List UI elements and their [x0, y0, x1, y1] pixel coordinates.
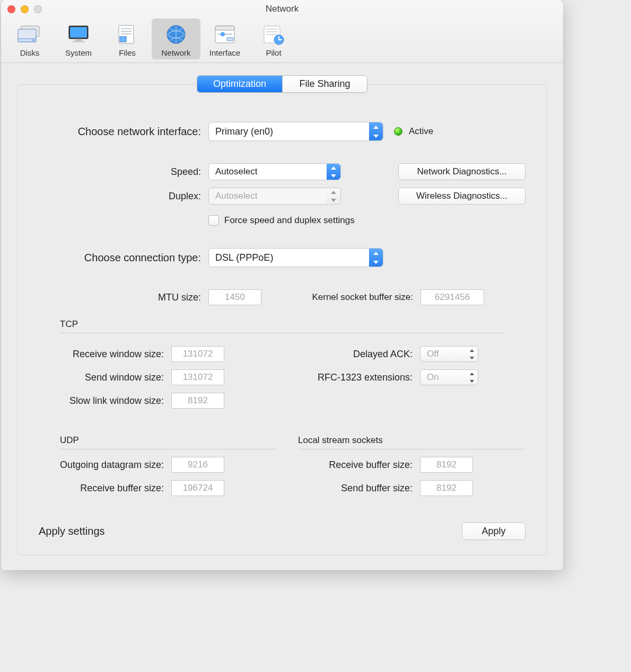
delayed-ack-label: Delayed ACK:	[287, 349, 420, 360]
minimize-window-button[interactable]	[21, 5, 29, 13]
svg-rect-16	[215, 26, 234, 30]
traffic-lights	[7, 5, 42, 13]
force-speed-checkbox[interactable]	[208, 215, 219, 226]
toolbar-item-network[interactable]: Network	[152, 19, 200, 59]
delayed-ack-popup[interactable]: Off	[420, 346, 478, 362]
divider	[60, 449, 277, 449]
wireless-diagnostics-button[interactable]: Wireless Diagnostics...	[398, 188, 525, 205]
tab-optimization[interactable]: Optimization	[197, 76, 282, 92]
toolbar-item-label: Network	[152, 48, 200, 57]
lss-recv-field[interactable]	[420, 457, 473, 473]
connection-type-popup[interactable]: DSL (PPPoE)	[208, 248, 383, 267]
connection-type-value: DSL (PPPoE)	[215, 252, 273, 263]
lss-send-label: Send buffer size:	[287, 483, 420, 494]
toolbar-item-label: Disks	[5, 48, 54, 57]
send-win-label: Send window size:	[39, 372, 171, 383]
network-diagnostics-button[interactable]: Network Diagnostics...	[398, 163, 525, 180]
stepper-icon	[327, 188, 340, 204]
toolbar-item-interface[interactable]: Interface	[200, 19, 249, 59]
apply-button[interactable]: Apply	[462, 523, 525, 540]
network-icon	[163, 22, 189, 47]
mtu-field[interactable]	[208, 289, 261, 305]
stepper-icon	[327, 164, 340, 180]
pilot-icon	[261, 22, 286, 47]
toolbar-item-label: System	[54, 48, 103, 57]
rfc-label: RFC-1323 extensions:	[287, 372, 420, 383]
udp-recv-field[interactable]	[171, 480, 224, 496]
toolbar-item-pilot[interactable]: Pilot	[249, 19, 298, 59]
send-win-field[interactable]	[171, 369, 224, 385]
toolbar-item-system[interactable]: System	[54, 19, 103, 59]
toolbar-item-disks[interactable]: Disks	[5, 19, 54, 59]
udp-out-field[interactable]	[171, 457, 224, 473]
rfc-popup[interactable]: On	[420, 369, 478, 385]
speed-label: Speed:	[39, 166, 208, 178]
files-icon	[115, 22, 140, 47]
zoom-window-button[interactable]	[34, 5, 42, 13]
svg-rect-11	[121, 33, 132, 34]
tab-file-sharing[interactable]: File Sharing	[282, 76, 367, 92]
delayed-ack-value: Off	[427, 349, 439, 359]
svg-rect-21	[266, 29, 278, 30]
svg-rect-6	[75, 39, 82, 41]
kbuf-field[interactable]	[420, 289, 484, 305]
connection-type-label: Choose connection type:	[39, 252, 208, 264]
close-window-button[interactable]	[7, 5, 15, 13]
duplex-value: Autoselect	[215, 191, 257, 201]
lss-recv-label: Receive buffer size:	[287, 459, 420, 471]
content: Optimization File Sharing Choose network…	[1, 63, 563, 570]
force-speed-label: Force speed and duplex settings	[224, 215, 355, 226]
lss-send-field[interactable]	[420, 480, 473, 496]
rfc-value: On	[427, 372, 439, 383]
apply-settings-label: Apply settings	[39, 525, 105, 537]
toolbar: Disks System	[1, 16, 563, 63]
stepper-icon	[369, 249, 383, 267]
svg-rect-12	[120, 37, 126, 42]
lss-heading: Local stream sockets	[287, 435, 525, 446]
svg-rect-9	[121, 28, 132, 29]
svg-rect-22	[266, 31, 278, 32]
system-icon	[66, 22, 91, 47]
udp-out-label: Outgoing datagram size:	[39, 459, 171, 471]
kbuf-label: Kernel socket buffer size:	[293, 292, 420, 303]
recv-win-field[interactable]	[171, 346, 224, 362]
toolbar-item-label: Pilot	[249, 48, 298, 57]
svg-rect-10	[121, 31, 132, 32]
recv-win-label: Receive window size:	[39, 349, 171, 360]
stepper-icon	[466, 347, 478, 361]
divider	[60, 333, 504, 333]
duplex-label: Duplex:	[39, 191, 208, 202]
interface-icon	[212, 22, 238, 47]
window: Network Disks	[1, 0, 563, 570]
interface-value: Primary (en0)	[215, 126, 273, 137]
svg-rect-23	[266, 34, 278, 35]
disks-icon	[17, 22, 42, 47]
stepper-icon	[466, 370, 478, 385]
svg-rect-5	[70, 27, 87, 38]
speed-popup[interactable]: Autoselect	[208, 163, 341, 180]
status-label: Active	[409, 126, 433, 137]
toolbar-item-label: Interface	[200, 48, 249, 57]
interface-popup[interactable]: Primary (en0)	[208, 122, 383, 141]
svg-rect-7	[72, 41, 85, 42]
window-title: Network	[1, 0, 563, 16]
svg-rect-19	[227, 38, 233, 41]
status-active-icon	[394, 127, 402, 136]
speed-value: Autoselect	[215, 166, 257, 177]
choose-interface-label: Choose network interface:	[39, 126, 208, 138]
slow-win-label: Slow link window size:	[39, 395, 171, 406]
tcp-heading: TCP	[39, 319, 525, 330]
toolbar-item-label: Files	[103, 48, 152, 57]
toolbar-item-files[interactable]: Files	[103, 19, 152, 59]
svg-point-3	[33, 40, 34, 41]
udp-heading: UDP	[39, 435, 277, 446]
stepper-icon	[369, 122, 383, 140]
slow-win-field[interactable]	[171, 393, 224, 409]
mtu-label: MTU size:	[39, 292, 208, 303]
divider	[298, 449, 525, 449]
svg-point-18	[221, 32, 225, 37]
titlebar: Network Disks	[1, 0, 563, 63]
duplex-popup: Autoselect	[208, 188, 341, 205]
tabs-segmented: Optimization File Sharing	[197, 75, 367, 93]
udp-recv-label: Receive buffer size:	[39, 483, 171, 494]
